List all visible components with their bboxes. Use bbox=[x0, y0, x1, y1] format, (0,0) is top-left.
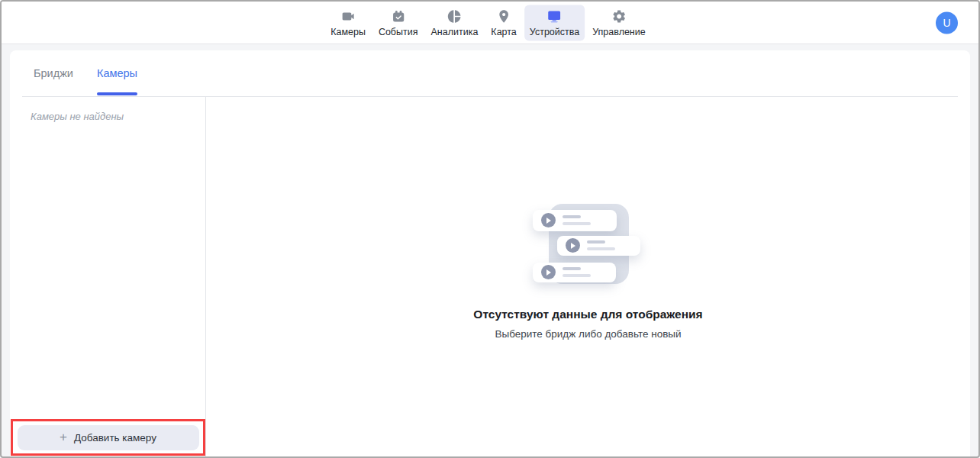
gear-icon bbox=[611, 8, 627, 24]
app-window: Камеры События Аналитика bbox=[0, 0, 980, 458]
main-content-area: Отсутствуют данные для отображения Выбер… bbox=[206, 97, 970, 456]
add-camera-button-label: Добавить камеру bbox=[74, 432, 156, 443]
placeholder-video-card bbox=[557, 236, 640, 256]
content-panel: Бриджи Камеры Камеры не найдены + Добави… bbox=[10, 50, 970, 456]
main-nav: Камеры События Аналитика bbox=[325, 5, 651, 40]
monitor-icon bbox=[547, 8, 563, 24]
nav-item-events[interactable]: События bbox=[373, 5, 424, 40]
tab-bridges[interactable]: Бриджи bbox=[34, 50, 73, 96]
empty-state-title: Отсутствуют данные для отображения bbox=[473, 308, 702, 321]
event-check-icon bbox=[391, 8, 406, 24]
nav-item-cameras[interactable]: Камеры bbox=[325, 5, 371, 40]
tab-label: Бриджи bbox=[34, 67, 73, 79]
nav-item-label: Управление bbox=[592, 26, 646, 37]
body-row: Камеры не найдены + Добавить камеру bbox=[10, 97, 970, 456]
skeleton-lines bbox=[563, 215, 591, 225]
plus-icon: + bbox=[60, 431, 67, 443]
top-navigation-bar: Камеры События Аналитика bbox=[2, 2, 978, 44]
nav-item-label: Камеры bbox=[330, 26, 366, 37]
nav-item-label: События bbox=[379, 26, 418, 37]
play-icon bbox=[541, 265, 556, 279]
placeholder-video-card bbox=[533, 210, 617, 231]
skeleton-lines bbox=[563, 267, 591, 277]
placeholder-video-card bbox=[533, 263, 616, 282]
pie-chart-icon bbox=[446, 8, 462, 24]
nav-item-label: Устройства bbox=[530, 26, 579, 37]
cameras-not-found-message: Камеры не найдены bbox=[31, 111, 185, 122]
nav-item-devices[interactable]: Устройства bbox=[524, 5, 585, 40]
play-icon bbox=[541, 213, 556, 227]
tab-label: Камеры bbox=[97, 67, 137, 79]
nav-item-analytics[interactable]: Аналитика bbox=[425, 5, 483, 40]
user-avatar[interactable]: U bbox=[936, 11, 958, 34]
play-icon bbox=[566, 238, 580, 253]
nav-item-label: Карта bbox=[491, 26, 516, 37]
add-camera-button[interactable]: + Добавить камеру bbox=[18, 425, 199, 450]
videocam-icon bbox=[340, 8, 356, 24]
nav-item-management[interactable]: Управление bbox=[587, 5, 651, 40]
nav-item-label: Аналитика bbox=[430, 26, 478, 37]
empty-state-illustration bbox=[531, 204, 646, 285]
red-highlight-box: + Добавить камеру bbox=[11, 419, 205, 456]
skeleton-lines bbox=[587, 240, 615, 250]
tab-cameras[interactable]: Камеры bbox=[97, 50, 137, 96]
empty-state-subtitle: Выберите бридж либо добавьте новый bbox=[495, 328, 681, 340]
avatar-initial: U bbox=[943, 17, 950, 29]
nav-item-map[interactable]: Карта bbox=[485, 5, 521, 40]
map-pin-icon bbox=[496, 8, 511, 24]
camera-list-sidebar: Камеры не найдены + Добавить камеру bbox=[10, 97, 205, 456]
tabs-bar: Бриджи Камеры bbox=[10, 50, 970, 96]
